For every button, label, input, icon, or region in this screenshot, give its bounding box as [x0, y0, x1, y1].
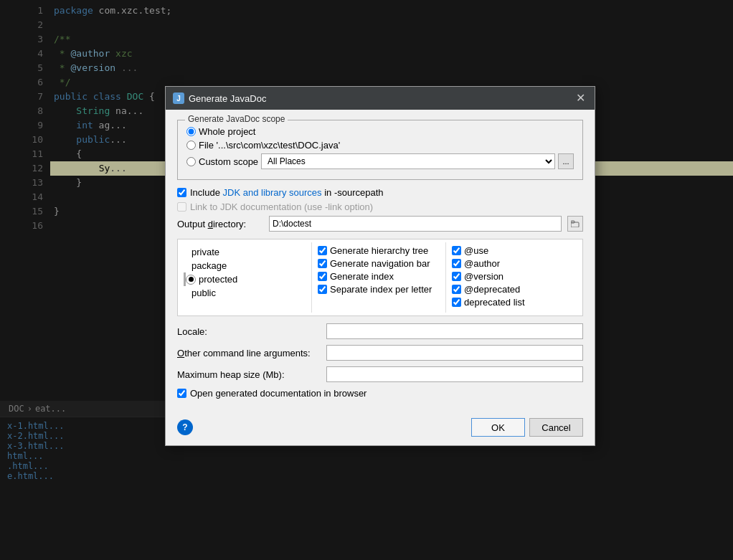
scope-group: Generate JavaDoc scope Whole project Fil…	[177, 120, 583, 180]
visibility-protected-label: protected	[199, 274, 237, 285]
scope-whole-project-row: Whole project	[186, 126, 574, 137]
gen-hierarchy-row: Generate hierarchy tree	[318, 245, 443, 256]
gen-index-row: Generate index	[318, 271, 443, 282]
tag-version-label: @version	[464, 271, 503, 282]
ok-button[interactable]: OK	[471, 418, 525, 437]
visibility-public-label: public	[191, 288, 216, 298]
gen-separate-index-label: Separate index per letter	[330, 284, 432, 295]
tag-deprecated-row: @deprecated	[452, 284, 577, 295]
cancel-button[interactable]: Cancel	[529, 418, 583, 437]
tag-version-row: @version	[452, 271, 577, 282]
visibility-public: public	[184, 286, 308, 300]
close-button[interactable]: ✕	[573, 91, 587, 105]
open-browser-label[interactable]: Open generated documentation in browser	[190, 388, 366, 399]
dialog-title: Generate JavaDoc	[189, 93, 266, 104]
dialog-body: Generate JavaDoc scope Whole project Fil…	[166, 110, 595, 412]
scope-browse-button[interactable]: ...	[558, 153, 574, 169]
gen-navbar-row: Generate navigation bar	[318, 258, 443, 269]
visibility-package: package	[184, 259, 308, 272]
generate-options-column: Generate hierarchy tree Generate navigat…	[315, 242, 446, 313]
scope-whole-label[interactable]: Whole project	[199, 126, 255, 137]
tag-deprecated-list-checkbox[interactable]	[452, 298, 461, 307]
gen-navbar-label: Generate navigation bar	[330, 258, 430, 269]
gen-index-checkbox[interactable]	[318, 272, 327, 281]
tag-author-checkbox[interactable]	[452, 259, 461, 268]
visibility-package-label: package	[191, 260, 227, 271]
include-jdk-checkbox[interactable]	[177, 188, 186, 197]
heap-input[interactable]	[326, 366, 583, 382]
visibility-list: private package protected public	[184, 245, 308, 300]
gen-separate-index-row: Separate index per letter	[318, 284, 443, 295]
tag-use-checkbox[interactable]	[452, 246, 461, 255]
gen-navbar-checkbox[interactable]	[318, 259, 327, 268]
output-directory-row: Output directory:	[177, 216, 583, 232]
dialog-titlebar-left: J Generate JavaDoc	[173, 92, 266, 104]
scope-whole-radio[interactable]	[186, 127, 196, 136]
tag-deprecated-list-label: deprecated list	[464, 297, 525, 308]
javadoc-tags-column: @use @author @version @deprecated deprec…	[449, 242, 580, 313]
heap-label: Maximum heap size (Mb):	[177, 369, 321, 380]
visibility-column: private package protected public	[181, 242, 312, 313]
footer-buttons: OK Cancel	[471, 418, 583, 437]
scope-legend: Generate JavaDoc scope	[185, 114, 288, 124]
include-jdk-row: Include JDK and library sources in -sour…	[177, 187, 583, 198]
gen-hierarchy-checkbox[interactable]	[318, 246, 327, 255]
tag-deprecated-checkbox[interactable]	[452, 285, 461, 294]
visibility-private-label: private	[191, 247, 219, 257]
tag-author-label: @author	[464, 258, 500, 269]
tag-deprecated-list-row: deprecated list	[452, 297, 577, 308]
options-area: private package protected public	[177, 239, 583, 316]
output-browse-button[interactable]	[567, 216, 583, 232]
help-button[interactable]: ?	[177, 419, 193, 435]
tag-version-checkbox[interactable]	[452, 272, 461, 281]
tag-use-label: @use	[464, 245, 488, 256]
link-jdk-row: Link to JDK documentation (use -link opt…	[177, 201, 583, 212]
include-jdk-label[interactable]: Include JDK and library sources in -sour…	[190, 187, 384, 198]
locale-row: Locale:	[177, 323, 583, 339]
dialog-icon: J	[173, 92, 184, 104]
scope-custom-row: Custom scope All Places ...	[186, 153, 574, 169]
tag-author-row: @author	[452, 258, 577, 269]
cmdline-row: Other command line arguments:	[177, 345, 583, 361]
scope-custom-select[interactable]: All Places	[261, 153, 555, 169]
output-label: Output directory:	[177, 219, 263, 229]
visibility-private: private	[184, 245, 308, 259]
cmdline-label: Other command line arguments:	[177, 348, 321, 359]
scope-file-label[interactable]: File '...\src\com\xzc\test\DOC.java'	[199, 140, 340, 151]
link-jdk-checkbox[interactable]	[177, 202, 186, 212]
cmdline-input[interactable]	[326, 345, 583, 361]
generate-javadoc-dialog: J Generate JavaDoc ✕ Generate JavaDoc sc…	[165, 86, 595, 446]
gen-hierarchy-label: Generate hierarchy tree	[330, 245, 428, 256]
open-browser-checkbox[interactable]	[177, 389, 186, 398]
visibility-radio-protected[interactable]	[186, 275, 196, 285]
link-jdk-label: Link to JDK documentation (use -link opt…	[190, 201, 373, 212]
scope-file-radio[interactable]	[186, 141, 196, 150]
visibility-protected[interactable]: protected	[184, 272, 308, 286]
tag-deprecated-label: @deprecated	[464, 284, 520, 295]
open-browser-row: Open generated documentation in browser	[177, 388, 583, 399]
dialog-titlebar: J Generate JavaDoc ✕	[166, 87, 595, 110]
gen-index-label: Generate index	[330, 271, 394, 282]
output-input[interactable]	[269, 216, 562, 232]
scope-custom-label[interactable]: Custom scope	[199, 156, 258, 167]
gen-separate-index-checkbox[interactable]	[318, 285, 327, 294]
dialog-footer: ? OK Cancel	[166, 412, 595, 445]
scope-file-row: File '...\src\com\xzc\test\DOC.java'	[186, 140, 574, 151]
tag-use-row: @use	[452, 245, 577, 256]
heap-row: Maximum heap size (Mb):	[177, 366, 583, 382]
locale-label: Locale:	[177, 326, 321, 337]
scope-custom-radio[interactable]	[186, 157, 196, 166]
locale-input[interactable]	[326, 323, 583, 339]
